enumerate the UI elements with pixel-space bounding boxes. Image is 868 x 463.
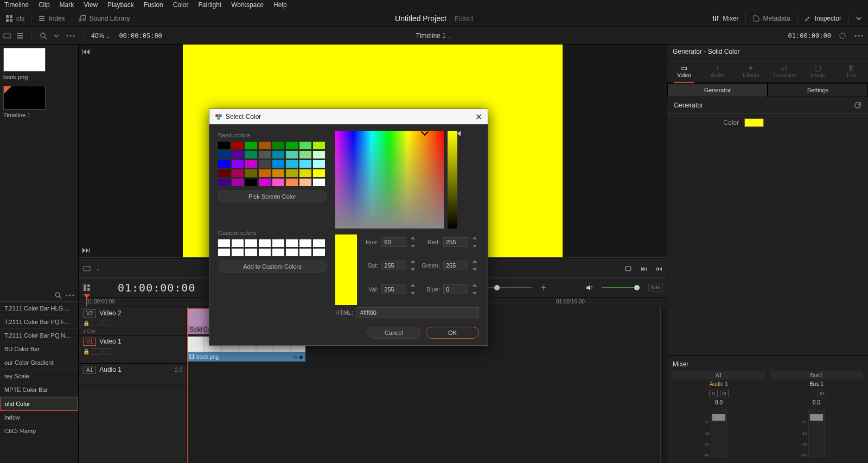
basic-color-swatch[interactable] bbox=[299, 160, 311, 168]
green-input[interactable] bbox=[443, 261, 468, 270]
generator-item[interactable]: BU Color Bar bbox=[0, 343, 78, 356]
menu-timeline[interactable]: Timeline bbox=[4, 1, 29, 9]
menu-view[interactable]: View bbox=[84, 1, 98, 9]
val-spinner[interactable] bbox=[410, 283, 417, 296]
playhead[interactable] bbox=[86, 297, 87, 307]
trans-chevron[interactable]: ⌄ bbox=[96, 266, 100, 271]
custom-color-swatch[interactable] bbox=[299, 249, 311, 256]
custom-color-swatch[interactable] bbox=[313, 239, 325, 247]
custom-color-swatch[interactable] bbox=[245, 249, 257, 256]
generator-item[interactable]: T.2111 Color Bar PQ F... bbox=[0, 315, 78, 329]
basic-color-swatch[interactable] bbox=[286, 179, 298, 186]
dim-button[interactable]: DIM bbox=[648, 284, 663, 291]
inspector-tab-video[interactable]: ▭Video bbox=[667, 59, 701, 83]
close-icon[interactable]: ✕ bbox=[475, 112, 482, 122]
basic-color-swatch[interactable] bbox=[272, 179, 284, 186]
basic-color-swatch[interactable] bbox=[272, 151, 284, 158]
volume-icon[interactable] bbox=[585, 284, 593, 291]
inspector-tab-file[interactable]: 🗎File bbox=[834, 59, 868, 83]
basic-color-swatch[interactable] bbox=[313, 151, 325, 158]
basic-color-swatch[interactable] bbox=[259, 142, 271, 149]
track-header-v2[interactable]: V2Video 2 🔒 1 Clip bbox=[79, 307, 187, 335]
subtab-generator[interactable]: Generator bbox=[667, 83, 768, 97]
inspector-tab-image[interactable]: ▢Image bbox=[801, 59, 835, 83]
search-icon[interactable] bbox=[40, 32, 47, 40]
custom-color-swatch[interactable] bbox=[232, 249, 244, 256]
custom-color-swatch[interactable] bbox=[259, 239, 271, 247]
basic-color-swatch[interactable] bbox=[218, 151, 230, 158]
media-thumb-timeline[interactable] bbox=[3, 86, 46, 110]
metadata-button[interactable]: Metadata bbox=[747, 12, 796, 24]
menu-help[interactable]: Help bbox=[273, 1, 287, 9]
add-custom-color-button[interactable]: Add to Custom Colors bbox=[218, 261, 327, 272]
expand-button[interactable] bbox=[850, 12, 868, 24]
track-header-v1[interactable]: V1Video 1 🔒 bbox=[79, 335, 187, 364]
sync-icon[interactable] bbox=[839, 32, 846, 40]
generator-item[interactable]: CbCr Ramp bbox=[0, 424, 78, 438]
fader[interactable]: --5-10-20-40 bbox=[711, 409, 727, 458]
basic-color-swatch[interactable] bbox=[259, 169, 271, 177]
pick-screen-color-button[interactable]: Pick Screen Color bbox=[218, 191, 327, 202]
blue-spinner[interactable] bbox=[471, 283, 479, 296]
basic-color-swatch[interactable] bbox=[245, 160, 257, 168]
generator-item[interactable]: indow bbox=[0, 411, 78, 424]
basic-color-swatch[interactable] bbox=[313, 179, 325, 186]
menu-mark[interactable]: Mark bbox=[60, 1, 74, 9]
basic-color-swatch[interactable] bbox=[218, 179, 230, 186]
loop-icon[interactable] bbox=[624, 265, 632, 272]
solo-button[interactable]: S bbox=[709, 390, 718, 397]
basic-color-swatch[interactable] bbox=[232, 179, 244, 186]
basic-color-swatch[interactable] bbox=[299, 169, 311, 177]
track-badge[interactable]: V2 bbox=[83, 309, 96, 318]
mini-icon[interactable] bbox=[92, 320, 100, 326]
dots-icon[interactable] bbox=[65, 291, 75, 299]
list-view-icon[interactable] bbox=[16, 32, 24, 40]
sort-icon[interactable] bbox=[53, 32, 60, 40]
generator-item[interactable]: rey Scale bbox=[0, 370, 78, 383]
basic-color-swatch[interactable] bbox=[286, 160, 298, 168]
fader[interactable]: --5-10-20-40 bbox=[808, 409, 825, 458]
basic-color-swatch[interactable] bbox=[272, 142, 284, 149]
basic-color-swatch[interactable] bbox=[218, 142, 230, 149]
custom-color-swatch[interactable] bbox=[218, 249, 230, 256]
zoom-level[interactable]: 40% ⌄ bbox=[91, 32, 110, 40]
custom-color-swatch[interactable] bbox=[286, 239, 298, 247]
basic-color-swatch[interactable] bbox=[286, 151, 298, 158]
mute-button[interactable]: M bbox=[818, 390, 826, 397]
generator-item[interactable]: T.2111 Color Bar HLG ... bbox=[0, 302, 78, 315]
basic-color-swatch[interactable] bbox=[313, 142, 325, 149]
jump-last-icon[interactable]: ⏭ bbox=[82, 245, 91, 255]
menu-playback[interactable]: Playback bbox=[107, 1, 134, 9]
basic-color-swatch[interactable] bbox=[245, 169, 257, 177]
effects-button[interactable]: Index bbox=[33, 12, 70, 24]
reset-icon[interactable] bbox=[854, 102, 861, 109]
red-input[interactable] bbox=[443, 237, 468, 247]
basic-color-swatch[interactable] bbox=[218, 160, 230, 168]
color-swatch[interactable] bbox=[744, 118, 764, 127]
basic-color-swatch[interactable] bbox=[232, 151, 244, 158]
val-input[interactable] bbox=[381, 284, 406, 294]
prev-clip-icon[interactable]: ⏮ bbox=[656, 265, 662, 272]
basic-color-swatch[interactable] bbox=[245, 151, 257, 158]
inspector-button[interactable]: Inspector bbox=[799, 12, 847, 24]
custom-color-swatch[interactable] bbox=[232, 239, 244, 247]
generator-item[interactable]: MPTE Color Bar bbox=[0, 383, 78, 397]
basic-color-swatch[interactable] bbox=[245, 142, 257, 149]
ok-button[interactable]: OK bbox=[426, 327, 479, 339]
jump-first-icon[interactable]: ⏮ bbox=[82, 47, 91, 56]
volume-slider[interactable] bbox=[602, 287, 640, 288]
hsv-picker[interactable] bbox=[335, 131, 444, 229]
basic-color-swatch[interactable] bbox=[299, 142, 311, 149]
mini-icon[interactable] bbox=[92, 348, 100, 354]
basic-color-swatch[interactable] bbox=[272, 169, 284, 177]
inspector-tab-transition[interactable]: ⇄Transition bbox=[768, 59, 801, 83]
basic-color-swatch[interactable] bbox=[245, 179, 257, 186]
basic-color-swatch[interactable] bbox=[232, 142, 244, 149]
clips-icon[interactable] bbox=[3, 32, 11, 40]
basic-color-swatch[interactable] bbox=[299, 179, 311, 186]
html-input[interactable] bbox=[356, 307, 479, 318]
mute-button[interactable]: M bbox=[720, 390, 729, 397]
menu-workspace[interactable]: Workspace bbox=[231, 1, 264, 9]
custom-color-swatch[interactable] bbox=[286, 249, 298, 256]
red-spinner[interactable] bbox=[471, 236, 479, 249]
